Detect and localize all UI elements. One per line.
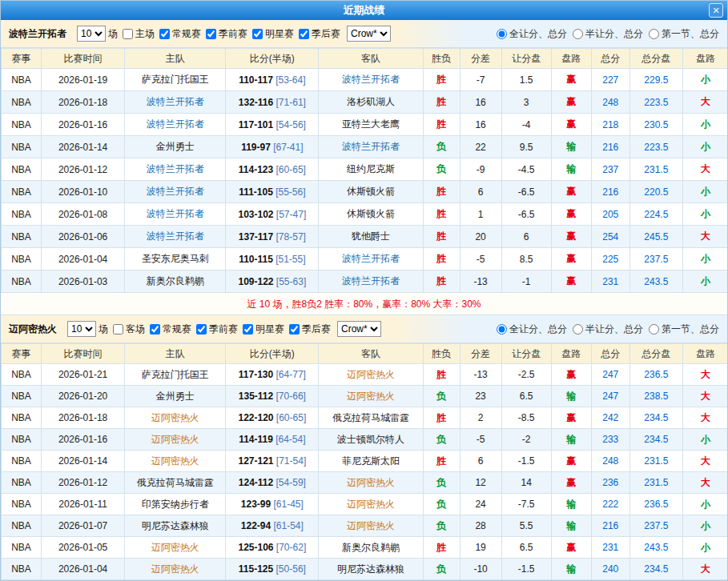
filter-checkbox-4[interactable]: 季后赛 xyxy=(296,27,340,41)
halftime-score: [71-61] xyxy=(276,97,306,108)
handicap-result-cell: 赢 xyxy=(551,181,591,203)
home-team-cell: 萨克拉门托国王 xyxy=(125,364,226,386)
filter-checkbox-2[interactable]: 季前赛 xyxy=(203,27,247,41)
radio-input[interactable] xyxy=(497,29,507,39)
checkbox-input[interactable] xyxy=(159,29,170,39)
away-team-cell: 亚特兰大老鹰 xyxy=(319,114,423,136)
filter-checkbox-2[interactable]: 季前赛 xyxy=(194,323,238,336)
score-cell: 123-99 [61-45] xyxy=(226,494,319,515)
handicap-line-cell: -2 xyxy=(501,429,551,451)
checkbox-input[interactable] xyxy=(243,324,253,335)
result-cell: 负 xyxy=(423,136,460,158)
checkbox-input[interactable] xyxy=(252,29,263,39)
away-team-cell: 休斯顿火箭 xyxy=(319,203,423,226)
checkbox-input[interactable] xyxy=(113,324,123,335)
away-team-cell: 波特兰开拓者 xyxy=(319,136,423,158)
radio-input[interactable] xyxy=(497,324,507,335)
date-cell: 2026-01-19 xyxy=(42,69,125,91)
radio-input[interactable] xyxy=(649,29,659,39)
over-under-cell: 小 xyxy=(682,494,728,515)
radio-label: 全让分、总分 xyxy=(509,27,567,41)
result-cell: 负 xyxy=(423,386,460,407)
game-row: NBA2026-01-10波特兰开拓者111-105 [55-56]休斯顿火箭胜… xyxy=(2,181,728,203)
home-team-cell: 金州勇士 xyxy=(125,386,226,407)
league-cell: NBA xyxy=(2,451,42,472)
scope-radio-2[interactable]: 第一节、总分 xyxy=(646,27,719,41)
scope-radio-1[interactable]: 半让分、总分 xyxy=(570,27,643,41)
over-under-cell: 小 xyxy=(682,248,728,270)
home-team-cell: 金州勇士 xyxy=(125,136,226,158)
filter-checkbox-0[interactable]: 主场 xyxy=(120,27,155,41)
column-header: 比赛时间 xyxy=(42,344,125,364)
scope-radio-0[interactable]: 全让分、总分 xyxy=(494,323,567,336)
over-under-cell: 小 xyxy=(682,515,728,537)
checkbox-input[interactable] xyxy=(299,29,309,39)
point-diff-cell: -9 xyxy=(460,158,501,181)
radio-input[interactable] xyxy=(573,324,583,335)
handicap-line-cell: 6 xyxy=(501,226,551,248)
checkbox-label: 季后赛 xyxy=(302,323,331,336)
team-section-0: 波特兰开拓者10场主场常规赛季前赛明星赛季后赛Crow*全让分、总分半让分、总分… xyxy=(1,20,727,315)
date-cell: 2026-01-05 xyxy=(42,537,125,559)
away-team-cell: 休斯顿火箭 xyxy=(319,181,423,203)
radio-input[interactable] xyxy=(573,29,583,39)
total-line-cell: 234.5 xyxy=(629,559,682,580)
score-cell: 117-130 [64-77] xyxy=(226,364,319,386)
close-button[interactable]: ✕ xyxy=(709,3,723,18)
league-cell: NBA xyxy=(2,537,42,559)
handicap-line-cell: -8.5 xyxy=(501,407,551,429)
radio-input[interactable] xyxy=(649,324,659,335)
date-cell: 2026-01-06 xyxy=(42,226,125,248)
home-team-cell: 波特兰开拓者 xyxy=(125,91,226,114)
filter-checkbox-4[interactable]: 季后赛 xyxy=(287,323,331,336)
games-count-select[interactable]: 10 xyxy=(67,321,96,337)
over-under-cell: 小 xyxy=(682,114,728,136)
date-cell: 2026-01-21 xyxy=(42,364,125,386)
column-header: 盘路 xyxy=(682,49,728,69)
total-points-cell: 225 xyxy=(591,248,629,270)
filter-checkbox-3[interactable]: 明星赛 xyxy=(250,27,294,41)
radio-label: 第一节、总分 xyxy=(662,27,719,41)
scope-radio-2[interactable]: 第一节、总分 xyxy=(646,323,719,336)
checkbox-label: 常规赛 xyxy=(172,27,201,41)
away-team-cell: 纽约尼克斯 xyxy=(319,158,423,181)
handicap-result-cell: 赢 xyxy=(551,226,591,248)
checkbox-input[interactable] xyxy=(196,324,207,335)
point-diff-cell: -13 xyxy=(460,364,501,386)
home-team-cell: 萨克拉门托国王 xyxy=(125,69,226,91)
handicap-result-cell: 赢 xyxy=(551,69,591,91)
total-points-cell: 240 xyxy=(591,559,629,580)
scope-radio-0[interactable]: 全让分、总分 xyxy=(494,27,567,41)
checkbox-input[interactable] xyxy=(150,324,160,335)
result-cell: 胜 xyxy=(423,270,460,293)
final-score: 119-97 xyxy=(241,142,271,153)
scope-radio-1[interactable]: 半让分、总分 xyxy=(570,323,643,336)
column-header: 赛事 xyxy=(2,344,42,364)
halftime-score: [54-56] xyxy=(276,119,306,130)
point-diff-cell: 20 xyxy=(460,226,501,248)
total-points-cell: 247 xyxy=(591,364,629,386)
point-diff-cell: 16 xyxy=(460,114,501,136)
game-row: NBA2026-01-18迈阿密热火122-120 [60-65]俄克拉荷马城雷… xyxy=(2,407,728,429)
filter-checkbox-0[interactable]: 客场 xyxy=(111,323,145,336)
result-cell: 胜 xyxy=(423,114,460,136)
final-score: 127-121 xyxy=(238,455,273,467)
filter-checkbox-3[interactable]: 明星赛 xyxy=(240,323,284,336)
home-team-cell: 波特兰开拓者 xyxy=(125,181,226,203)
filter-checkbox-1[interactable]: 常规赛 xyxy=(157,27,201,41)
bookmaker-select[interactable]: Crow* xyxy=(347,26,391,42)
checkbox-label: 明星赛 xyxy=(255,323,284,336)
handicap-result-cell: 赢 xyxy=(551,537,591,559)
game-row: NBA2026-01-21萨克拉门托国王117-130 [64-77]迈阿密热火… xyxy=(2,364,728,386)
checkbox-input[interactable] xyxy=(123,29,133,39)
result-cell: 负 xyxy=(423,158,460,181)
league-cell: NBA xyxy=(2,181,42,203)
column-header: 总分 xyxy=(591,344,629,364)
score-cell: 110-117 [53-64] xyxy=(226,69,319,91)
halftime-score: [61-54] xyxy=(274,520,304,531)
games-count-select[interactable]: 10 xyxy=(77,26,106,42)
checkbox-input[interactable] xyxy=(206,29,216,39)
filter-checkbox-1[interactable]: 常规赛 xyxy=(147,323,191,336)
checkbox-input[interactable] xyxy=(289,324,300,335)
bookmaker-select[interactable]: Crow* xyxy=(337,321,381,337)
